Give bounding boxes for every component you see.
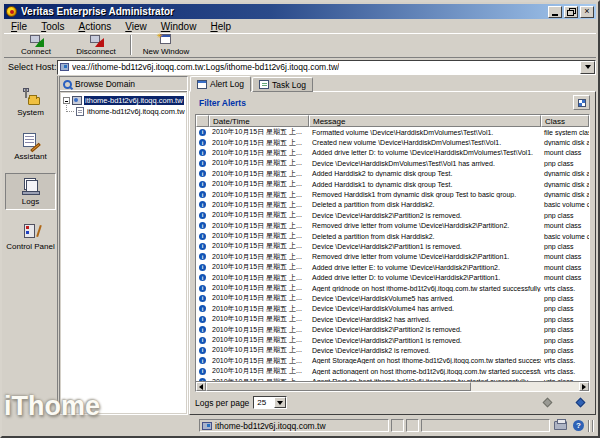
menu-file[interactable]: File: [4, 21, 34, 32]
resize-grip[interactable]: [588, 420, 596, 432]
close-button[interactable]: ×: [580, 6, 594, 18]
app-icon[interactable]: [6, 6, 17, 17]
menu-actions[interactable]: Actions: [71, 21, 118, 32]
table-row[interactable]: i 2010年10月15日 星期五 上... Added Harddisk2 t…: [196, 169, 589, 179]
info-icon: i: [199, 243, 206, 250]
column-header-class[interactable]: Class: [541, 115, 589, 127]
column-header-datetime[interactable]: Date/Time: [209, 115, 309, 127]
row-date: 2010年10月15日 星期五 上...: [209, 200, 309, 210]
sidebar-item-system[interactable]: System: [5, 85, 56, 120]
printer-icon[interactable]: [554, 421, 567, 430]
table-row[interactable]: i 2010年10月15日 星期五 上... Device \Device\Ha…: [196, 158, 589, 168]
table-row[interactable]: i 2010年10月15日 星期五 上... Device \Device\Ha…: [196, 345, 589, 355]
app-window: Veritas Enterprise Administrator × File …: [0, 0, 600, 438]
scroll-left-button[interactable]: [196, 382, 206, 391]
table-row[interactable]: i 2010年10月15日 星期五 上... Deleted a partiti…: [196, 200, 589, 210]
select-host-row: Select Host: vea://ithome-bd1t2v6j.itoqq…: [4, 59, 596, 75]
row-date: 2010年10月15日 星期五 上...: [209, 252, 309, 262]
sidebar-item-assistant[interactable]: Assistant: [5, 129, 56, 164]
restore-button[interactable]: [564, 6, 578, 18]
previous-page-button[interactable]: [543, 398, 553, 408]
menu-window[interactable]: Window: [154, 21, 204, 32]
customize-view-button[interactable]: [573, 95, 590, 110]
table-row[interactable]: i 2010年10月15日 星期五 上... Added drive lette…: [196, 272, 589, 282]
table-row[interactable]: i 2010年10月15日 星期五 上... Agent actionagent…: [196, 366, 589, 376]
row-class: dynamic disk and volume: [541, 191, 589, 198]
browse-domain-panel: Browse Domain ithome-bd1t2v6j.itoqq.com.…: [59, 76, 188, 415]
row-date: 2010年10月15日 星期五 上...: [209, 138, 309, 148]
row-class: dynamic disk and volume: [541, 181, 589, 188]
logs-per-page-dropdown-button[interactable]: [274, 397, 286, 408]
logs-per-page-select[interactable]: 25: [253, 396, 287, 409]
scrollbar-track[interactable]: [471, 382, 579, 391]
sidebar-label-control-panel: Control Panel: [6, 242, 54, 251]
table-row[interactable]: i 2010年10月15日 星期五 上... Removed drive let…: [196, 252, 589, 262]
column-header-message[interactable]: Message: [309, 115, 541, 127]
tab-task-log-label: Task Log: [272, 80, 306, 90]
connect-button[interactable]: Connect: [6, 33, 66, 57]
control-panel-icon: [21, 222, 41, 240]
row-message: Deleted a partition from disk Harddisk2.: [309, 201, 541, 208]
column-header-severity[interactable]: [196, 115, 209, 127]
new-window-button[interactable]: ✳ New Window: [136, 33, 196, 57]
row-date: 2010年10月15日 星期五 上...: [209, 304, 309, 314]
select-host-combobox[interactable]: vea://ithome-bd1t2v6j.itoqq.com.tw:Logs/…: [57, 60, 596, 75]
sidebar-item-control-panel[interactable]: Control Panel: [5, 219, 56, 254]
connect-label: Connect: [21, 47, 51, 56]
table-row[interactable]: i 2010年10月15日 星期五 上... Device \Device\Ha…: [196, 324, 589, 334]
help-icon[interactable]: ?: [573, 420, 584, 431]
task-log-icon: [259, 80, 269, 89]
info-icon: i: [199, 222, 206, 229]
logs-per-page-value: 25: [254, 398, 274, 407]
scroll-right-button[interactable]: [579, 382, 589, 391]
scrollbar-thumb[interactable]: [206, 382, 471, 391]
info-icon: i: [199, 368, 206, 375]
table-row[interactable]: i 2010年10月15日 星期五 上... Device \Device\Ha…: [196, 241, 589, 251]
row-class: pnp class: [541, 212, 577, 219]
row-message: Device \Device\Harddisk2\Partition1 is r…: [309, 337, 541, 344]
tree-node-child[interactable]: ithome-bd1t2v6j.itoqq.com.tw: [61, 106, 186, 117]
table-row[interactable]: i 2010年10月15日 星期五 上... Removed Harddisk1…: [196, 189, 589, 199]
table-row[interactable]: i 2010年10月15日 星期五 上... Device \Device\Ha…: [196, 304, 589, 314]
horizontal-scrollbar[interactable]: [196, 381, 589, 391]
logs-per-page-label: Logs per page: [195, 398, 249, 408]
sidebar-item-logs[interactable]: Logs: [5, 173, 56, 210]
restore-icon: [567, 10, 574, 16]
info-icon: i: [199, 233, 206, 240]
filter-alerts-link[interactable]: Filter Alerts: [199, 98, 246, 108]
menu-help[interactable]: Help: [203, 21, 238, 32]
table-row[interactable]: i 2010年10月15日 星期五 上... Device \Device\Ha…: [196, 210, 589, 220]
tab-task-log[interactable]: Task Log: [252, 77, 313, 92]
tree-node-root[interactable]: ithome-bd1t2v6j.itoqq.com.tw: [61, 95, 186, 106]
table-row[interactable]: i 2010年10月15日 星期五 上... Agent gridnode on…: [196, 283, 589, 293]
arrow-right-icon: [582, 384, 586, 390]
table-row[interactable]: i 2010年10月15日 星期五 上... Added drive lette…: [196, 148, 589, 158]
table-row[interactable]: i 2010年10月15日 星期五 上... Device \Device\Ha…: [196, 335, 589, 345]
table-row[interactable]: i 2010年10月15日 星期五 上... Agent StorageAgen…: [196, 356, 589, 366]
row-date: 2010年10月15日 星期五 上...: [209, 221, 309, 231]
minimize-button[interactable]: [548, 6, 562, 18]
table-row[interactable]: i 2010年10月15日 星期五 上... Added Harddisk1 t…: [196, 179, 589, 189]
table-row[interactable]: i 2010年10月15日 星期五 上... Deleted a partiti…: [196, 231, 589, 241]
next-page-button[interactable]: [576, 398, 586, 408]
menu-view[interactable]: View: [118, 21, 154, 32]
table-row[interactable]: i 2010年10月15日 星期五 上... Device \Device\Ha…: [196, 314, 589, 324]
table-row[interactable]: i 2010年10月15日 星期五 上... Removed drive let…: [196, 221, 589, 231]
tab-alert-log[interactable]: Alert Log: [190, 76, 251, 92]
disconnect-button[interactable]: Disconnect: [66, 33, 126, 57]
table-row[interactable]: i 2010年10月15日 星期五 上... Created new volum…: [196, 137, 589, 147]
table-row[interactable]: i 2010年10月15日 星期五 上... Device \Device\Ha…: [196, 293, 589, 303]
log-view-panel: Alert Log Task Log Filter Alerts Date/Ti…: [189, 76, 596, 415]
disconnect-icon: [88, 34, 104, 46]
sidebar-label-system: System: [17, 108, 44, 117]
menu-tools[interactable]: Tools: [34, 21, 71, 32]
chevron-down-icon: [277, 401, 283, 405]
table-row[interactable]: i 2010年10月15日 星期五 上... Formatted volume …: [196, 127, 589, 137]
row-message: Added Harddisk1 to dynamic disk group Te…: [309, 181, 541, 188]
status-cell-2: [406, 419, 419, 432]
select-host-dropdown-button[interactable]: [580, 61, 595, 74]
info-icon: i: [199, 170, 206, 177]
table-row[interactable]: i 2010年10月15日 星期五 上... Added drive lette…: [196, 262, 589, 272]
toolbar-separator: [130, 35, 132, 55]
row-class: vrts class.: [541, 285, 578, 292]
